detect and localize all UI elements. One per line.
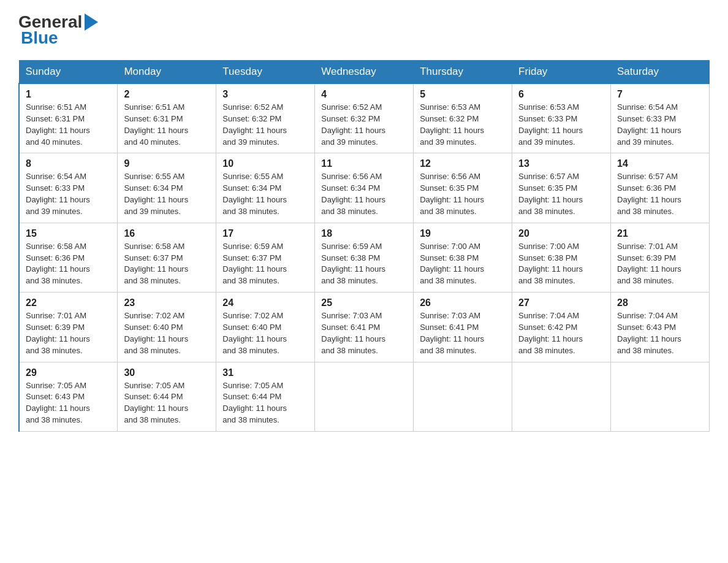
day-number: 3: [222, 89, 308, 100]
day-info: Sunrise: 6:52 AMSunset: 6:32 PMDaylight:…: [222, 102, 287, 147]
calendar-week-row: 29 Sunrise: 7:05 AMSunset: 6:43 PMDaylig…: [19, 362, 710, 431]
day-number: 30: [124, 367, 210, 378]
day-info: Sunrise: 6:56 AMSunset: 6:35 PMDaylight:…: [420, 172, 484, 216]
calendar-cell: 9 Sunrise: 6:55 AMSunset: 6:34 PMDayligh…: [118, 153, 216, 223]
weekday-header-row: SundayMondayTuesdayWednesdayThursdayFrid…: [19, 61, 710, 84]
calendar-cell: 3 Sunrise: 6:52 AMSunset: 6:32 PMDayligh…: [216, 83, 315, 153]
day-number: 21: [617, 228, 703, 239]
calendar-cell: 20 Sunrise: 7:00 AMSunset: 6:38 PMDaylig…: [512, 223, 611, 292]
day-number: 23: [124, 297, 210, 308]
day-number: 31: [222, 367, 308, 378]
calendar-cell: 4 Sunrise: 6:52 AMSunset: 6:32 PMDayligh…: [315, 83, 414, 153]
calendar-cell: 30 Sunrise: 7:05 AMSunset: 6:44 PMDaylig…: [118, 362, 216, 431]
logo: General Blue: [18, 12, 98, 48]
calendar-cell: 2 Sunrise: 6:51 AMSunset: 6:31 PMDayligh…: [118, 83, 216, 153]
day-number: 22: [26, 297, 111, 308]
day-number: 14: [617, 158, 703, 169]
calendar-cell: 25 Sunrise: 7:03 AMSunset: 6:41 PMDaylig…: [315, 293, 414, 362]
day-info: Sunrise: 7:00 AMSunset: 6:38 PMDaylight:…: [518, 242, 583, 286]
day-info: Sunrise: 6:56 AMSunset: 6:34 PMDaylight:…: [321, 172, 385, 216]
calendar-cell: 22 Sunrise: 7:01 AMSunset: 6:39 PMDaylig…: [19, 293, 118, 362]
day-info: Sunrise: 7:03 AMSunset: 6:41 PMDaylight:…: [420, 311, 484, 355]
day-number: 10: [222, 158, 308, 169]
svg-marker-0: [85, 13, 98, 31]
calendar-cell: 12 Sunrise: 6:56 AMSunset: 6:35 PMDaylig…: [414, 153, 512, 223]
day-number: 27: [518, 297, 604, 308]
calendar-week-row: 1 Sunrise: 6:51 AMSunset: 6:31 PMDayligh…: [19, 83, 710, 153]
calendar-cell: 15 Sunrise: 6:58 AMSunset: 6:36 PMDaylig…: [19, 223, 118, 292]
weekday-header-tuesday: Tuesday: [216, 61, 315, 84]
day-number: 16: [124, 228, 210, 239]
calendar-table: SundayMondayTuesdayWednesdayThursdayFrid…: [18, 60, 710, 432]
day-info: Sunrise: 6:57 AMSunset: 6:35 PMDaylight:…: [518, 172, 583, 216]
calendar-cell: 31 Sunrise: 7:05 AMSunset: 6:44 PMDaylig…: [216, 362, 315, 431]
day-info: Sunrise: 7:01 AMSunset: 6:39 PMDaylight:…: [26, 311, 90, 355]
calendar-cell: 1 Sunrise: 6:51 AMSunset: 6:31 PMDayligh…: [19, 83, 118, 153]
day-number: 5: [420, 89, 506, 100]
calendar-week-row: 8 Sunrise: 6:54 AMSunset: 6:33 PMDayligh…: [19, 153, 710, 223]
calendar-cell: 26 Sunrise: 7:03 AMSunset: 6:41 PMDaylig…: [414, 293, 512, 362]
calendar-cell: 17 Sunrise: 6:59 AMSunset: 6:37 PMDaylig…: [216, 223, 315, 292]
day-number: 11: [321, 158, 407, 169]
weekday-header-wednesday: Wednesday: [315, 61, 414, 84]
calendar-cell: 19 Sunrise: 7:00 AMSunset: 6:38 PMDaylig…: [414, 223, 512, 292]
calendar-cell: [611, 362, 710, 431]
day-info: Sunrise: 6:52 AMSunset: 6:32 PMDaylight:…: [321, 102, 385, 147]
calendar-cell: 14 Sunrise: 6:57 AMSunset: 6:36 PMDaylig…: [611, 153, 710, 223]
day-number: 13: [518, 158, 604, 169]
calendar-cell: 23 Sunrise: 7:02 AMSunset: 6:40 PMDaylig…: [118, 293, 216, 362]
calendar-cell: 24 Sunrise: 7:02 AMSunset: 6:40 PMDaylig…: [216, 293, 315, 362]
day-info: Sunrise: 6:55 AMSunset: 6:34 PMDaylight:…: [222, 172, 287, 216]
calendar-cell: 7 Sunrise: 6:54 AMSunset: 6:33 PMDayligh…: [611, 83, 710, 153]
day-number: 24: [222, 297, 308, 308]
calendar-cell: [315, 362, 414, 431]
day-info: Sunrise: 6:53 AMSunset: 6:33 PMDaylight:…: [518, 102, 583, 147]
day-info: Sunrise: 6:51 AMSunset: 6:31 PMDaylight:…: [26, 102, 90, 147]
calendar-cell: 10 Sunrise: 6:55 AMSunset: 6:34 PMDaylig…: [216, 153, 315, 223]
day-info: Sunrise: 6:58 AMSunset: 6:37 PMDaylight:…: [124, 242, 188, 286]
weekday-header-monday: Monday: [118, 61, 216, 84]
calendar-cell: 5 Sunrise: 6:53 AMSunset: 6:32 PMDayligh…: [414, 83, 512, 153]
weekday-header-saturday: Saturday: [611, 61, 710, 84]
calendar-cell: 29 Sunrise: 7:05 AMSunset: 6:43 PMDaylig…: [19, 362, 118, 431]
day-number: 8: [26, 158, 111, 169]
day-number: 28: [617, 297, 703, 308]
day-info: Sunrise: 7:04 AMSunset: 6:42 PMDaylight:…: [518, 311, 583, 355]
calendar-cell: 11 Sunrise: 6:56 AMSunset: 6:34 PMDaylig…: [315, 153, 414, 223]
calendar-cell: 21 Sunrise: 7:01 AMSunset: 6:39 PMDaylig…: [611, 223, 710, 292]
day-number: 25: [321, 297, 407, 308]
day-info: Sunrise: 6:53 AMSunset: 6:32 PMDaylight:…: [420, 102, 484, 147]
day-info: Sunrise: 7:01 AMSunset: 6:39 PMDaylight:…: [617, 242, 681, 286]
day-info: Sunrise: 7:04 AMSunset: 6:43 PMDaylight:…: [617, 311, 681, 355]
calendar-cell: 28 Sunrise: 7:04 AMSunset: 6:43 PMDaylig…: [611, 293, 710, 362]
calendar-cell: 27 Sunrise: 7:04 AMSunset: 6:42 PMDaylig…: [512, 293, 611, 362]
day-number: 12: [420, 158, 506, 169]
day-number: 4: [321, 89, 407, 100]
logo-blue-text: Blue: [21, 28, 58, 48]
weekday-header-sunday: Sunday: [19, 61, 118, 84]
calendar-week-row: 15 Sunrise: 6:58 AMSunset: 6:36 PMDaylig…: [19, 223, 710, 292]
calendar-cell: 6 Sunrise: 6:53 AMSunset: 6:33 PMDayligh…: [512, 83, 611, 153]
day-info: Sunrise: 7:02 AMSunset: 6:40 PMDaylight:…: [124, 311, 188, 355]
day-number: 6: [518, 89, 604, 100]
calendar-cell: 16 Sunrise: 6:58 AMSunset: 6:37 PMDaylig…: [118, 223, 216, 292]
day-number: 29: [26, 367, 111, 378]
day-number: 2: [124, 89, 210, 100]
day-info: Sunrise: 6:59 AMSunset: 6:37 PMDaylight:…: [222, 242, 287, 286]
day-number: 17: [222, 228, 308, 239]
day-info: Sunrise: 7:02 AMSunset: 6:40 PMDaylight:…: [222, 311, 287, 355]
day-info: Sunrise: 7:00 AMSunset: 6:38 PMDaylight:…: [420, 242, 484, 286]
day-number: 18: [321, 228, 407, 239]
day-info: Sunrise: 6:51 AMSunset: 6:31 PMDaylight:…: [124, 102, 188, 147]
day-number: 15: [26, 228, 111, 239]
calendar-cell: 18 Sunrise: 6:59 AMSunset: 6:38 PMDaylig…: [315, 223, 414, 292]
day-info: Sunrise: 6:55 AMSunset: 6:34 PMDaylight:…: [124, 172, 188, 216]
calendar-cell: [512, 362, 611, 431]
day-info: Sunrise: 6:54 AMSunset: 6:33 PMDaylight:…: [26, 172, 90, 216]
calendar-cell: [414, 362, 512, 431]
day-number: 7: [617, 89, 703, 100]
weekday-header-thursday: Thursday: [414, 61, 512, 84]
day-number: 9: [124, 158, 210, 169]
day-number: 26: [420, 297, 506, 308]
day-info: Sunrise: 7:03 AMSunset: 6:41 PMDaylight:…: [321, 311, 385, 355]
